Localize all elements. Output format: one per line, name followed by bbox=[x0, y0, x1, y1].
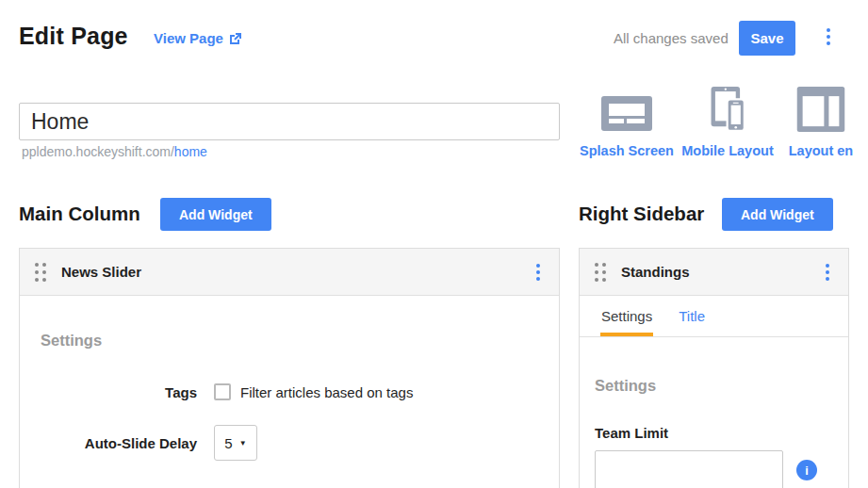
right-sidebar-add-widget-button[interactable]: Add Widget bbox=[722, 198, 833, 231]
auto-slide-delay-select[interactable]: 5 ▼ bbox=[214, 425, 257, 461]
news-slider-widget-card: News Slider Settings Tags Filter article… bbox=[19, 248, 560, 488]
filter-articles-checkbox[interactable] bbox=[214, 383, 231, 400]
page-url: ppldemo.hockeyshift.com/home bbox=[22, 144, 207, 159]
layout-label: Layout en bbox=[789, 143, 853, 158]
tags-label: Tags bbox=[41, 384, 197, 400]
main-column-add-widget-button[interactable]: Add Widget bbox=[160, 198, 271, 231]
view-page-link[interactable]: View Page bbox=[154, 30, 242, 46]
mobile-layout-option[interactable]: Mobile Layout bbox=[680, 87, 775, 158]
tab-title[interactable]: Title bbox=[678, 296, 706, 336]
drag-handle-icon[interactable] bbox=[35, 263, 46, 282]
standings-settings-heading: Settings bbox=[595, 377, 833, 395]
news-slider-title: News Slider bbox=[61, 264, 532, 280]
drag-handle-icon[interactable] bbox=[595, 263, 606, 282]
splash-screen-label: Splash Screen bbox=[580, 143, 674, 158]
info-icon[interactable]: i bbox=[796, 460, 817, 480]
news-slider-body: Settings Tags Filter articles based on t… bbox=[20, 296, 559, 483]
page-options-kebab-icon[interactable] bbox=[823, 24, 834, 49]
standings-tabs: Settings Title bbox=[580, 296, 848, 337]
team-limit-input[interactable] bbox=[595, 450, 783, 488]
view-page-label: View Page bbox=[154, 30, 223, 46]
tags-row: Tags Filter articles based on tags bbox=[41, 383, 538, 400]
mobile-layout-label: Mobile Layout bbox=[681, 143, 773, 158]
right-sidebar-heading: Right Sidebar bbox=[579, 203, 704, 225]
layout-columns-icon bbox=[793, 87, 849, 132]
tab-settings[interactable]: Settings bbox=[600, 296, 653, 336]
layout-option[interactable]: Layout en bbox=[769, 87, 868, 158]
save-button[interactable]: Save bbox=[739, 21, 795, 56]
select-caret-icon: ▼ bbox=[239, 439, 247, 447]
standings-body: Settings Team Limit i bbox=[580, 337, 848, 488]
team-limit-label: Team Limit bbox=[595, 425, 833, 441]
page-url-prefix: ppldemo.hockeyshift.com/ bbox=[22, 144, 174, 159]
main-column-heading: Main Column bbox=[19, 203, 140, 225]
auto-slide-delay-label: Auto-Slide Delay bbox=[41, 435, 197, 451]
news-slider-settings-heading: Settings bbox=[41, 332, 538, 350]
auto-slide-delay-value: 5 bbox=[224, 435, 232, 451]
news-slider-card-header: News Slider bbox=[20, 249, 559, 296]
standings-title: Standings bbox=[621, 264, 822, 280]
standings-widget-card: Standings Settings Title Settings Team L… bbox=[579, 248, 849, 488]
team-limit-row: i bbox=[595, 450, 833, 488]
standings-card-header: Standings bbox=[580, 249, 848, 296]
splash-screen-icon bbox=[601, 96, 652, 132]
news-slider-kebab-icon[interactable] bbox=[532, 260, 544, 285]
page-url-slug: home bbox=[174, 144, 207, 159]
mobile-layout-icon bbox=[702, 87, 753, 132]
external-link-icon bbox=[229, 32, 242, 45]
auto-slide-delay-row: Auto-Slide Delay 5 ▼ bbox=[41, 425, 538, 461]
standings-kebab-icon[interactable] bbox=[822, 260, 833, 285]
splash-screen-option[interactable]: Splash Screen bbox=[577, 87, 677, 158]
filter-articles-checkbox-label: Filter articles based on tags bbox=[240, 384, 413, 400]
save-status-text: All changes saved bbox=[614, 30, 729, 46]
edit-page-screen: Edit Page View Page All changes saved Sa… bbox=[0, 0, 868, 488]
page-name-input[interactable] bbox=[19, 103, 560, 140]
page-title: Edit Page bbox=[19, 23, 128, 50]
